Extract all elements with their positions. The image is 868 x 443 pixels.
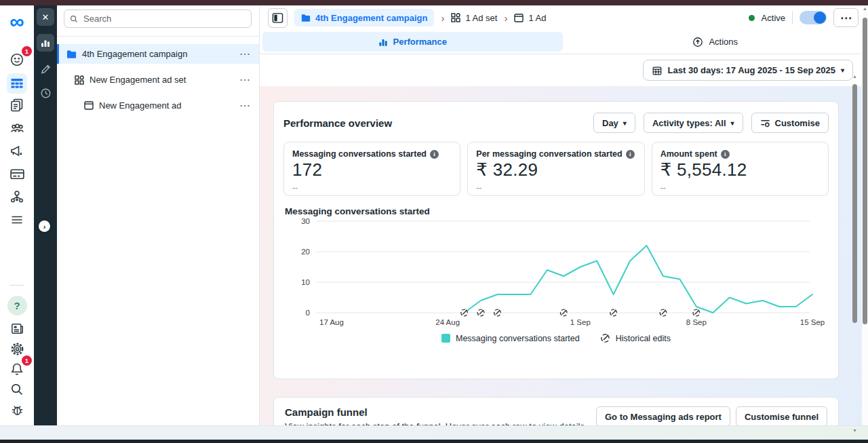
bar-chart-icon [378, 37, 388, 47]
page-scrollbar[interactable]: ▲ [862, 5, 868, 425]
app-window: ∞ 1 [0, 5, 868, 425]
audiences-icon[interactable] [7, 118, 27, 138]
historical-edit-marker-icon[interactable] [609, 308, 618, 317]
caret-down-icon: ▾ [731, 119, 734, 127]
edit-pencil-icon[interactable] [37, 60, 54, 77]
help-icon[interactable]: ? [7, 295, 27, 315]
meta-logo[interactable]: ∞ [7, 12, 27, 32]
svg-text:8 Sep: 8 Sep [686, 318, 707, 326]
breadcrumb-ad[interactable]: 1 Ad [514, 13, 546, 23]
campaign-funnel-card: Campaign funnel View insights for each s… [273, 397, 839, 425]
activity-types-dropdown[interactable]: Activity types: All ▾ [644, 113, 743, 133]
account-badge: 1 [22, 46, 32, 56]
credit-card-icon [9, 166, 26, 182]
info-icon[interactable]: i [626, 150, 635, 159]
all-tools-icon[interactable] [7, 210, 27, 230]
customise-button[interactable]: Customise [751, 113, 829, 133]
customise-funnel-button[interactable]: Customise funnel [736, 406, 827, 425]
history-clock-icon[interactable] [37, 84, 54, 102]
billing-card-icon[interactable] [7, 163, 27, 184]
rail-divider [9, 285, 24, 286]
magnifier-icon [9, 381, 25, 398]
info-icon[interactable]: i [721, 150, 730, 159]
svg-text:17 Aug: 17 Aug [319, 318, 344, 326]
caret-down-icon: ▾ [841, 66, 844, 74]
interval-dropdown[interactable]: Day ▾ [593, 113, 635, 133]
close-icon[interactable]: ✕ [37, 8, 54, 26]
search-box [64, 9, 252, 28]
sidebar-layout-icon [272, 12, 283, 24]
pages-icon[interactable] [7, 95, 27, 115]
breadcrumb-bar: 4th Engagement campaign › 1 Ad set › 1 A… [260, 5, 868, 30]
scroll-up-arrow-icon[interactable]: ▲ [852, 73, 857, 80]
metric-value: ₹ 5,554.12 [660, 159, 820, 180]
scrollbar-thumb[interactable] [852, 84, 857, 323]
expand-panel-button[interactable]: › [39, 220, 50, 232]
page-bottom-edge [0, 425, 868, 440]
tab-label: Performance [393, 37, 447, 47]
more-options-button[interactable]: ⋯ [833, 8, 859, 27]
updates-icon[interactable] [7, 318, 27, 339]
documents-icon [9, 97, 25, 113]
card-title: Performance overview [283, 117, 392, 129]
breadcrumb-adset[interactable]: 1 Ad set [451, 13, 497, 23]
notifications-bell-icon[interactable]: 1 [7, 359, 27, 379]
side-toolbar: ✕ › [34, 5, 57, 425]
window-top-edge [0, 0, 868, 5]
scroll-up-arrow-icon[interactable]: ▲ [863, 5, 867, 12]
metric-sub-value: -- [476, 183, 635, 193]
ad-icon [84, 101, 94, 110]
breadcrumb-campaign[interactable]: 4th Engagement campaign [294, 9, 434, 26]
metric-conversations-started: Messaging conversations started i 172 -- [283, 142, 460, 196]
tab-performance[interactable]: Performance [262, 32, 563, 52]
historical-edit-marker-icon[interactable] [476, 308, 485, 317]
asset-tree-icon[interactable] [7, 187, 27, 207]
collapse-sidebar-button[interactable] [268, 8, 288, 28]
account-icon[interactable]: 1 [7, 50, 27, 70]
panel-divider [57, 36, 259, 37]
historical-edit-marker-icon[interactable] [692, 308, 701, 317]
tree-row-label: New Engagement ad set [90, 75, 186, 85]
insights-bars-icon[interactable] [37, 34, 54, 52]
ads-megaphone-icon[interactable] [7, 141, 27, 161]
historical-edit-marker-icon[interactable] [658, 308, 667, 317]
scroll-down-arrow-icon[interactable]: ▼ [852, 427, 857, 434]
campaigns-table-icon[interactable] [7, 73, 27, 94]
search-input[interactable] [64, 9, 252, 28]
search-rail-icon[interactable] [7, 379, 27, 400]
tree-row-ad[interactable]: New Engagement ad ⋯ [57, 96, 259, 115]
date-range-label: Last 30 days: 17 Aug 2025 - 15 Sep 2025 [668, 65, 835, 75]
info-icon[interactable]: i [430, 150, 439, 159]
folder-icon [301, 14, 311, 22]
window-bottom-edge [0, 440, 868, 443]
date-range-button[interactable]: Last 30 days: 17 Aug 2025 - 15 Sep 2025 … [643, 60, 853, 81]
tree-row-campaign[interactable]: 4th Engagement campaign ⋯ [57, 44, 259, 64]
arrow-up-circle-icon [692, 37, 703, 47]
toggle-knob [814, 12, 826, 24]
customise-sliders-icon [760, 118, 770, 128]
pencil-icon [40, 63, 52, 75]
content-scrollbar[interactable]: ▲ ▼ [852, 73, 858, 434]
metric-value: 172 [292, 159, 452, 180]
more-icon: ⋯ [840, 11, 852, 25]
metric-sub-value: -- [292, 183, 452, 193]
search-icon [69, 14, 79, 24]
bug-icon[interactable] [7, 400, 27, 420]
people-icon [9, 120, 26, 137]
tree-row-label: 4th Engagement campaign [82, 49, 187, 59]
svg-text:20: 20 [301, 248, 310, 256]
chart-legend: Messaging conversations started Historic… [283, 333, 829, 343]
bar-chart-icon [40, 37, 51, 48]
tree-row-adset[interactable]: New Engagement ad set ⋯ [57, 70, 259, 90]
historical-edit-marker-icon[interactable] [559, 308, 568, 317]
breadcrumb: 4th Engagement campaign › 1 Ad set › 1 A… [294, 9, 546, 26]
scrollbar-thumb[interactable] [863, 18, 867, 324]
historical-edit-marker-icon[interactable] [493, 308, 502, 317]
tab-label: Actions [709, 37, 738, 47]
messaging-report-button[interactable]: Go to Messaging ads report [596, 406, 730, 425]
tab-actions[interactable]: Actions [566, 32, 866, 52]
funnel-title: Campaign funnel [285, 406, 587, 418]
ad-set-icon [451, 13, 460, 22]
ad-icon [514, 14, 524, 22]
active-toggle[interactable] [800, 11, 827, 24]
